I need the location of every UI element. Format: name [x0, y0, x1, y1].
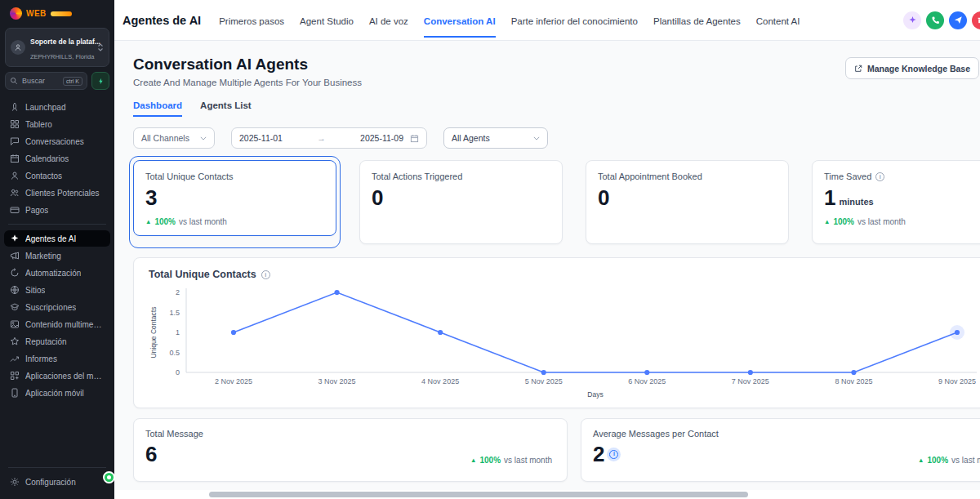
sidebar-item-calendarios[interactable]: Calendarios — [4, 150, 110, 167]
tab-content-ai[interactable]: Content AI — [756, 3, 800, 38]
date-range-picker[interactable]: 2025-11-01 → 2025-11-09 — [231, 127, 427, 149]
sidebar-item-agentes-de-ai[interactable]: Agentes de AI — [4, 230, 110, 247]
sidebar-item-clientes-potenciales[interactable]: Clientes Potenciales — [4, 185, 110, 201]
sidebar-item-aplicaciones-del-mercado[interactable]: Aplicaciones del mercado — [4, 368, 110, 384]
tab-agents-list[interactable]: Agents List — [200, 100, 252, 117]
stat-card-total-message[interactable]: Total Message 6 ▲ 100% vs last month — [133, 418, 568, 482]
y-tick-label: 1 — [176, 328, 180, 336]
chart-point[interactable] — [644, 370, 649, 375]
info-icon[interactable]: i — [261, 270, 270, 279]
mobile-icon — [10, 388, 20, 398]
chart-point[interactable] — [851, 370, 856, 375]
header-tabs: Primeros pasos Agent Studio AI de voz Co… — [219, 3, 903, 38]
y-tick-label: 1.5 — [169, 309, 180, 317]
search-input[interactable]: Buscar ctrl K — [5, 72, 87, 90]
sidebar-item-sitios[interactable]: Sitios — [4, 282, 110, 298]
tab-dashboard[interactable]: Dashboard — [133, 100, 182, 117]
x-axis-label: Days — [587, 390, 603, 399]
support-badge[interactable] — [103, 471, 115, 483]
stat-card-total-actions-triggered[interactable]: Total Actions Triggered 0 — [359, 160, 563, 244]
gift-icon[interactable] — [972, 11, 980, 29]
chevron-down-icon — [533, 136, 540, 140]
sidebar-item-aplicacion-movil[interactable]: Aplicación móvil — [4, 385, 110, 401]
sidebar-item-pagos[interactable]: Pagos — [4, 202, 110, 218]
section-title: Agentes de AI — [122, 14, 201, 27]
app-window: WEB Soporte de la plataf... ZEPHYRHILLS,… — [0, 0, 980, 499]
search-shortcut-badge: ctrl K — [63, 77, 82, 86]
chart-title: Total Unique Contacts — [149, 269, 256, 280]
page-content: Conversation AI Agents Create And Manage… — [114, 41, 980, 499]
tab-base-de-conocimiento[interactable]: Parte inferior del conocimiento — [511, 3, 638, 38]
line-chart: 00.511.522 Nov 20253 Nov 20254 Nov 20255… — [149, 285, 980, 399]
calendar-icon — [410, 134, 419, 143]
agency-logo-text: WEB — [26, 9, 47, 18]
info-icon[interactable]: i — [609, 450, 618, 459]
tab-agent-studio[interactable]: Agent Studio — [300, 3, 354, 38]
manage-knowledge-base-button[interactable]: Manage Knowledge Base — [845, 57, 979, 79]
agency-logo[interactable]: WEB — [0, 0, 114, 25]
stat-card-total-unique-contacts[interactable]: Total Unique Contacts 3 ▲ 100% vs last m… — [133, 160, 336, 236]
chart-point[interactable] — [955, 330, 960, 335]
leads-icon — [10, 188, 20, 198]
account-location: ZEPHYRHILLS, Florida — [30, 53, 94, 60]
megaphone-icon — [10, 251, 20, 261]
x-tick-label: 3 Nov 2025 — [318, 377, 356, 385]
up-arrow-icon: ▲ — [145, 218, 151, 225]
horizontal-scrollbar[interactable] — [209, 492, 748, 497]
bottom-stats-row: Total Message 6 ▲ 100% vs last month Ave… — [133, 418, 980, 482]
agency-logo-accent — [51, 11, 72, 16]
x-tick-label: 6 Nov 2025 — [628, 377, 666, 385]
search-placeholder: Buscar — [22, 77, 59, 85]
channel-filter-select[interactable]: All Channels — [133, 127, 215, 149]
chart-point[interactable] — [334, 290, 339, 295]
ai-assistant-icon[interactable] — [903, 11, 921, 29]
x-tick-label: 7 Nov 2025 — [732, 377, 769, 385]
chart-point[interactable] — [438, 330, 443, 335]
chart-point[interactable] — [541, 370, 546, 375]
sidebar-item-launchpad[interactable]: Launchpad — [4, 99, 110, 115]
sidebar-item-tablero[interactable]: Tablero — [4, 116, 110, 132]
tab-conversation-ai[interactable]: Conversation AI — [424, 3, 496, 38]
quick-actions-button[interactable] — [91, 72, 109, 90]
agency-logo-icon — [10, 7, 22, 20]
send-icon[interactable] — [949, 11, 967, 29]
sidebar-item-automatizacion[interactable]: Automatización — [4, 265, 110, 281]
automation-icon — [10, 268, 20, 278]
sidebar-item-marketing[interactable]: Marketing — [4, 247, 110, 264]
sidebar-item-informes[interactable]: Informes — [4, 350, 110, 367]
sidebar-item-configuracion[interactable]: Configuración — [4, 474, 110, 490]
tab-plantillas-de-agentes[interactable]: Plantillas de Agentes — [653, 3, 741, 38]
sidebar-item-conversaciones[interactable]: Conversaciones — [4, 133, 110, 149]
account-switcher[interactable]: Soporte de la plataf... ZEPHYRHILLS, Flo… — [5, 28, 109, 67]
tab-ai-de-voz[interactable]: AI de voz — [369, 3, 408, 38]
up-arrow-icon: ▲ — [824, 218, 830, 225]
main-area: Agentes de AI Primeros pasos Agent Studi… — [114, 0, 980, 499]
x-tick-label: 5 Nov 2025 — [525, 377, 563, 385]
unique-contacts-chart-card: Total Unique Contacts i 00.511.522 Nov 2… — [133, 257, 980, 408]
sidebar-item-contenido-multimedia[interactable]: Contenido multimedia U... — [4, 316, 110, 332]
chat-icon — [10, 136, 20, 146]
info-icon[interactable]: i — [875, 172, 884, 181]
agent-filter-select[interactable]: All Agents — [443, 127, 548, 149]
contact-icon — [10, 171, 20, 180]
search-icon — [10, 77, 18, 85]
sidebar-item-contactos[interactable]: Contactos — [4, 167, 110, 184]
top-header: Agentes de AI Primeros pasos Agent Studi… — [114, 0, 980, 41]
y-tick-label: 2 — [176, 288, 180, 296]
dashboard-icon — [10, 119, 20, 129]
stat-card-time-saved[interactable]: Time Saved i 1minutes ▲ 100% vs last mon… — [812, 160, 980, 244]
chart-point[interactable] — [231, 330, 236, 335]
sidebar-item-reputacion[interactable]: Reputación — [4, 333, 110, 350]
apps-icon — [10, 371, 20, 381]
date-from: 2025-11-01 — [239, 133, 283, 143]
stat-card-average-messages-per-contact[interactable]: Average Messages per Contact 2 i ▲ 100% … — [581, 418, 980, 482]
sidebar-item-suscripciones[interactable]: Suscripciones — [4, 299, 110, 315]
phone-icon[interactable] — [926, 11, 944, 29]
view-tabs: Dashboard Agents List — [133, 100, 980, 117]
stat-card-total-appointment-booked[interactable]: Total Appointment Booked 0 — [586, 160, 789, 244]
calendar-icon — [10, 154, 20, 163]
chart-point[interactable] — [748, 370, 753, 375]
tab-primeros-pasos[interactable]: Primeros pasos — [219, 3, 284, 38]
chart-line — [234, 292, 957, 372]
x-tick-label: 9 Nov 2025 — [938, 377, 976, 385]
